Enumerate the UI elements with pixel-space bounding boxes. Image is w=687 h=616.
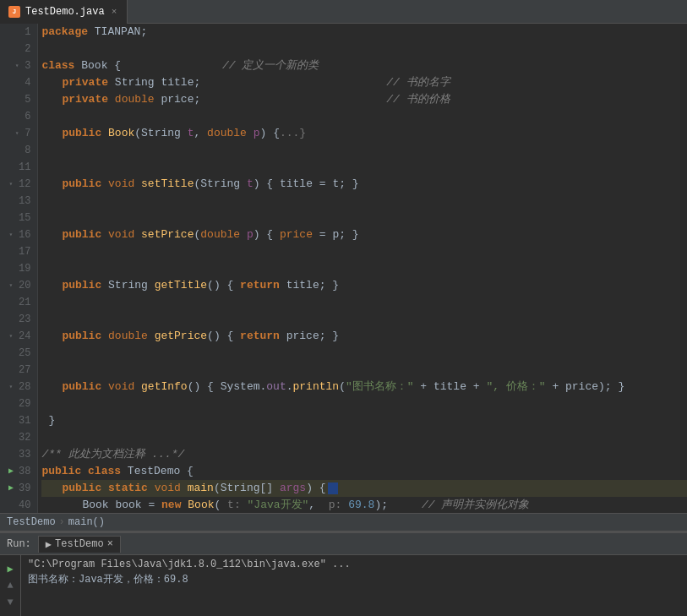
run-path: "C:\Program Files\Java\jdk1.8.0_112\bin\… <box>28 559 680 570</box>
code-line-1: package TIANPAN; <box>41 24 687 41</box>
code-line-6 <box>41 108 687 125</box>
line-num-2: 2 <box>7 41 30 57</box>
code-line-28: public void getInfo() { System.out.print… <box>41 379 687 395</box>
line-num-40: 40 <box>7 497 30 513</box>
line-num-1: 1 <box>7 24 30 41</box>
code-line-39: public static void main(String[] args) { <box>41 480 687 497</box>
line-num-20: ▾ 20 <box>7 277 30 294</box>
code-line-25 <box>41 345 687 362</box>
code-line-8 <box>41 142 687 159</box>
code-line-2 <box>41 41 687 57</box>
code-line-27 <box>41 362 687 379</box>
bottom-panel: Run: ▶ TestDemo × ▶ ▲ ▼ "C:\Program File… <box>0 532 687 616</box>
breadcrumb-method: main() <box>68 516 105 528</box>
run-down-button[interactable]: ▼ <box>3 596 17 609</box>
tab-label: TestDemo.java <box>25 6 105 18</box>
line-num-38: ▶ 38 <box>7 463 30 480</box>
line-numbers: 1 2 ▾ 3 4 5 <box>0 24 38 513</box>
code-line-20: public String getTitle() { return title;… <box>41 277 687 294</box>
run-tab-icon: ▶ <box>46 538 52 551</box>
line-num-25: 25 <box>7 345 30 362</box>
line-num-19: 19 <box>7 260 30 277</box>
code-line-33: /** 此处为文档注释 ...*/ <box>41 446 687 463</box>
line-num-24: ▾ 24 <box>7 328 30 345</box>
line-num-11: 11 <box>7 159 30 176</box>
code-line-29 <box>41 395 687 412</box>
line-num-12: ▾ 12 <box>7 176 30 193</box>
code-line-21 <box>41 294 687 311</box>
code-line-3: class Book { // 定义一个新的类 <box>41 57 687 74</box>
editor-area: 1 2 ▾ 3 4 5 <box>0 24 687 532</box>
run-tab[interactable]: ▶ TestDemo × <box>38 536 121 553</box>
code-line-15 <box>41 210 687 226</box>
run-panel-body: ▶ ▲ ▼ "C:\Program Files\Java\jdk1.8.0_11… <box>0 555 687 616</box>
line-num-6: 6 <box>7 108 30 125</box>
line-num-28: ▾ 28 <box>7 379 30 395</box>
line-num-7: ▾ 7 <box>7 125 30 142</box>
line-num-33: 33 <box>7 446 30 463</box>
java-file-icon: J <box>8 6 20 18</box>
run-label: Run: <box>7 538 31 550</box>
line-num-21: 21 <box>7 294 30 311</box>
run-output: 图书名称：Java开发，价格：69.8 <box>28 572 680 586</box>
line-num-5: 5 <box>7 91 30 108</box>
run-tab-label: TestDemo <box>55 538 104 550</box>
line-num-32: 32 <box>7 429 30 446</box>
code-line-4: private String title; // 书的名字 <box>41 74 687 91</box>
line-num-17: 17 <box>7 243 30 260</box>
code-line-19 <box>41 260 687 277</box>
code-line-40: Book book = new Book( t: "Java开发", p: 69… <box>41 497 687 513</box>
breadcrumb: TestDemo › main() <box>0 513 687 532</box>
line-num-3: ▾ 3 <box>7 57 30 74</box>
line-num-29: 29 <box>7 395 30 412</box>
code-line-12: public void setTitle(String t) { title =… <box>41 176 687 193</box>
code-line-17 <box>41 243 687 260</box>
line-num-13: 13 <box>7 193 30 210</box>
code-line-11 <box>41 159 687 176</box>
code-line-38: public class TestDemo { <box>41 463 687 480</box>
code-container[interactable]: 1 2 ▾ 3 4 5 <box>0 24 687 513</box>
tab-testdemo[interactable]: J TestDemo.java × <box>0 0 128 24</box>
tab-close-button[interactable]: × <box>110 6 119 18</box>
line-num-15: 15 <box>7 210 30 226</box>
line-num-27: 27 <box>7 362 30 379</box>
run-output-area: "C:\Program Files\Java\jdk1.8.0_112\bin\… <box>21 555 687 616</box>
code-line-13 <box>41 193 687 210</box>
line-num-31: 31 <box>7 412 30 429</box>
line-num-23: 23 <box>7 311 30 328</box>
breadcrumb-sep: › <box>59 516 65 528</box>
code-line-16: public void setPrice(double p) { price =… <box>41 226 687 243</box>
run-tab-bar: Run: ▶ TestDemo × <box>0 533 687 555</box>
code-line-32 <box>41 429 687 446</box>
line-num-8: 8 <box>7 142 30 159</box>
line-num-4: 4 <box>7 74 30 91</box>
breadcrumb-class: TestDemo <box>7 516 56 528</box>
code-line-24: public double getPrice() { return price;… <box>41 328 687 345</box>
tab-bar: J TestDemo.java × <box>0 0 687 24</box>
code-lines: package TIANPAN; class Book { // 定义一个新的类… <box>38 24 687 513</box>
run-up-button[interactable]: ▲ <box>3 579 17 592</box>
code-line-23 <box>41 311 687 328</box>
run-tab-close[interactable]: × <box>107 538 113 550</box>
run-controls: ▶ ▲ ▼ <box>0 555 21 616</box>
run-play-button[interactable]: ▶ <box>3 562 17 575</box>
code-line-31: } <box>41 412 687 429</box>
code-line-7: public Book(String t, double p) {...} <box>41 125 687 142</box>
line-num-16: ▾ 16 <box>7 226 30 243</box>
line-num-39: ▶ 39 <box>7 480 30 497</box>
code-line-5: private double price; // 书的价格 <box>41 91 687 108</box>
